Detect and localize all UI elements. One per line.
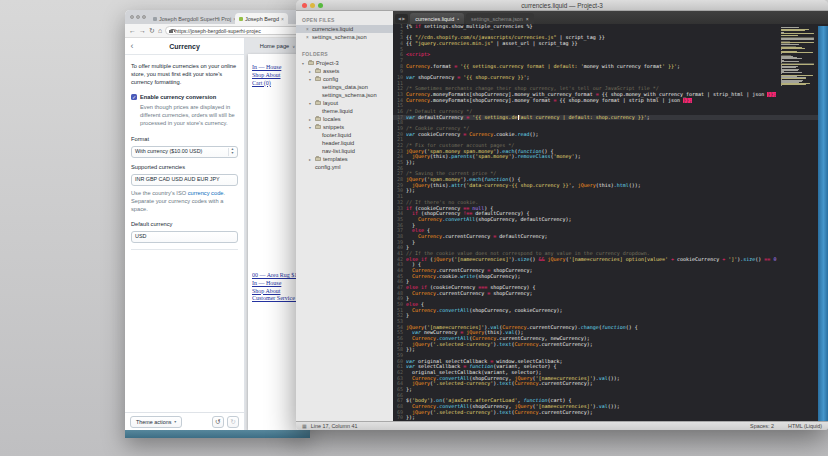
folder-icon — [315, 101, 321, 106]
editor-title-bar[interactable]: currencies.liquid — Project-3 — [296, 0, 828, 11]
browser-window-controls[interactable] — [127, 10, 149, 24]
theme-actions-button[interactable]: Theme actions ▾ — [130, 416, 182, 428]
page-favicon — [153, 17, 157, 21]
tree-file-item[interactable]: footer.liquid — [296, 131, 393, 139]
settings-panel-footer: Theme actions ▾ ↺ ↻ — [125, 412, 244, 430]
checkbox-label: Enable currency conversion — [140, 94, 216, 102]
default-currency-input[interactable]: USD — [131, 231, 238, 243]
shopify-settings-panel: ‹ Currency To offer multiple currencies … — [125, 38, 245, 430]
editor-status-bar: ▦ Line 17, Column 41 Spaces: 2 HTML (Liq… — [296, 421, 828, 430]
code-line[interactable]: 70}); — [393, 415, 828, 421]
tab-nav-arrows[interactable]: ◀ ▶ — [395, 14, 408, 23]
supported-currencies-label: Supported currencies — [131, 164, 238, 172]
indentation-setting[interactable]: Spaces: 2 — [750, 423, 774, 429]
folder-icon — [315, 69, 321, 74]
tree-folder-item[interactable]: ▾config — [296, 75, 393, 83]
chevron-right-icon[interactable]: ▸ — [309, 69, 313, 74]
tree-folder-item[interactable]: ▾snippets — [296, 123, 393, 131]
close-file-icon[interactable]: × — [306, 27, 310, 32]
dirty-dot-icon[interactable]: • — [457, 16, 459, 22]
reload-icon[interactable]: ↻ — [149, 27, 155, 34]
code-area[interactable]: 1{% if settings.show_multiple_currencies… — [393, 24, 828, 421]
select-arrows-icon: ▲▼ — [228, 148, 234, 156]
tab-title: Joseph Bergd — [245, 16, 279, 22]
tree-folder-item[interactable]: ▸assets — [296, 67, 393, 75]
tree-file-item[interactable]: settings_schema.json — [296, 91, 393, 99]
editor-tab-label: currencies.liquid — [415, 16, 454, 22]
chevron-right-icon[interactable]: ▸ — [309, 117, 313, 122]
tree-file-item[interactable]: header.liquid — [296, 139, 393, 147]
tree-folder-item[interactable]: ▸locales — [296, 115, 393, 123]
section-divider — [131, 249, 238, 250]
tree-file-item[interactable]: settings_data.json — [296, 83, 393, 91]
status-grid-icon[interactable]: ▦ — [302, 423, 307, 429]
open-file-item[interactable]: ×currencies.liquid — [296, 25, 393, 33]
folder-icon — [315, 117, 321, 122]
chevron-down-icon: ▾ — [174, 419, 176, 424]
minimize-window-icon[interactable] — [136, 15, 140, 19]
shopify-favicon — [239, 17, 243, 21]
code-lines: 1{% if settings.show_multiple_currencies… — [393, 24, 828, 421]
chevron-right-icon[interactable]: ▸ — [309, 157, 313, 162]
close-tab-icon[interactable]: × — [281, 16, 284, 22]
open-file-label: currencies.liquid — [312, 26, 353, 32]
editor-scrollbar[interactable] — [818, 26, 828, 421]
editor-tab[interactable]: currencies.liquid• — [410, 13, 464, 24]
home-icon[interactable]: ⌂ — [158, 27, 162, 34]
undo-button[interactable]: ↺ — [212, 416, 224, 428]
tree-file-item[interactable]: config.yml — [296, 163, 393, 171]
chevron-down-icon[interactable]: ▾ — [302, 61, 306, 66]
supported-currencies-help: Use the country's ISO currency code. Sep… — [131, 190, 238, 214]
sublime-window: currencies.liquid — Project-3 OPEN FILES… — [296, 0, 828, 430]
lock-icon — [169, 29, 173, 33]
tree-folder-item[interactable]: ▸templates — [296, 155, 393, 163]
format-select-value: With currency ($10.00 USD) — [135, 148, 202, 156]
cursor-position: Line 17, Column 41 — [311, 423, 358, 429]
tree-file-item[interactable]: nav-list.liquid — [296, 147, 393, 155]
editor-tab[interactable]: settings_schema.json× — [466, 13, 534, 24]
syntax-mode[interactable]: HTML (Liquid) — [788, 423, 822, 429]
zoom-window-icon[interactable] — [142, 15, 146, 19]
line-number: 70 — [393, 415, 406, 421]
code-text: }); — [406, 415, 828, 421]
tree-item-label: config — [323, 76, 338, 82]
back-icon[interactable]: ← — [129, 27, 136, 34]
browser-tab[interactable]: Joseph Bergd× — [235, 13, 288, 24]
tree-file-item[interactable]: theme.liquid — [296, 107, 393, 115]
folder-icon — [315, 125, 321, 130]
browser-content: ‹ Currency To offer multiple currencies … — [125, 38, 310, 430]
tree-folder-item[interactable]: ▾Project-3 — [296, 59, 393, 67]
page-selector-value: Home page — [260, 43, 289, 49]
chevron-down-icon[interactable]: ▾ — [309, 77, 313, 82]
tab-title: Joseph Bergdoll SuperHi Proj — [159, 16, 231, 22]
close-tab-icon[interactable]: × — [526, 16, 529, 22]
open-file-label: settings_schema.json — [312, 34, 367, 40]
enable-conversion-checkbox[interactable]: ✓ — [131, 94, 137, 100]
open-file-item[interactable]: ×settings_schema.json — [296, 33, 393, 41]
minimap[interactable] — [781, 27, 815, 87]
forward-icon[interactable]: → — [139, 27, 146, 34]
tree-item-label: header.liquid — [322, 140, 354, 146]
browser-toolbar: ← → ↻ ⌂ https://joseph-bergdoll-superhi-… — [125, 24, 310, 38]
tree-folder-item[interactable]: ▾layout — [296, 99, 393, 107]
close-file-icon[interactable]: × — [306, 35, 310, 40]
url-bar[interactable]: https://joseph-bergdoll-superhi-projec — [165, 26, 306, 35]
currency-code-link[interactable]: currency code — [188, 190, 224, 196]
browser-tab[interactable]: Joseph Bergdoll SuperHi Proj× — [149, 13, 235, 24]
browser-tab-strip: Joseph Bergdoll SuperHi Proj×Joseph Berg… — [125, 10, 310, 24]
chevron-down-icon[interactable]: ▾ — [309, 125, 313, 130]
redo-button[interactable]: ↻ — [227, 416, 239, 428]
close-window-icon[interactable] — [130, 15, 134, 19]
page-title: Currency — [139, 43, 244, 50]
text-cursor — [518, 115, 519, 120]
back-chevron-icon[interactable]: ‹ — [125, 42, 139, 51]
supported-currencies-input[interactable]: INR GBP CAD USD AUD EUR JPY — [131, 174, 238, 186]
format-select[interactable]: With currency ($10.00 USD) ▲▼ — [131, 146, 238, 158]
intro-text: To offer multiple currencies on your onl… — [131, 63, 238, 87]
tree-item-label: theme.liquid — [322, 108, 353, 114]
folder-icon — [315, 157, 321, 162]
tree-item-label: layout — [323, 100, 338, 106]
chevron-down-icon: ∨ — [292, 44, 295, 49]
chevron-down-icon[interactable]: ▾ — [309, 101, 313, 106]
editor-sidebar: OPEN FILES ×currencies.liquid×settings_s… — [296, 11, 393, 421]
